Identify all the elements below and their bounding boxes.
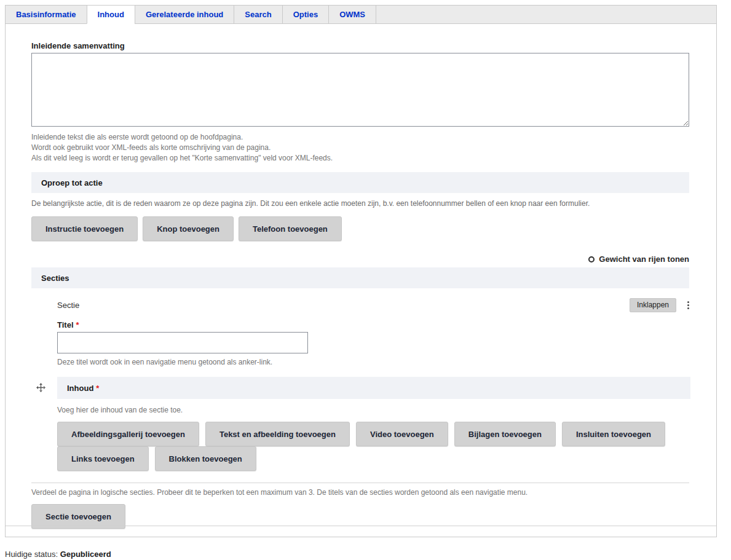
tab-label: Basisinformatie: [16, 10, 76, 19]
tab-inhoud[interactable]: Inhoud: [87, 5, 135, 24]
cta-section-title: Oproep tot actie: [41, 178, 103, 187]
tab-owms[interactable]: OWMS: [328, 5, 376, 24]
tab-bar-filler: [376, 5, 717, 24]
cta-section-header: Oproep tot actie: [31, 172, 689, 193]
intro-summary-textarea[interactable]: [31, 53, 689, 127]
intro-summary-label: Inleidende samenvatting: [31, 41, 689, 50]
add-bijlagen-button[interactable]: Bijlagen toevoegen: [454, 422, 556, 446]
secties-section-title: Secties: [41, 274, 69, 283]
secties-footer-help: Verdeel de pagina in logische secties. P…: [31, 487, 689, 498]
titel-help: Deze titel wordt ook in een navigatie me…: [57, 357, 690, 368]
status-label: Huidige status:: [5, 550, 58, 559]
tab-label: OWMS: [339, 10, 365, 19]
sectie-actions: Inklappen: [630, 298, 690, 312]
current-status: Huidige status: Gepubliceerd: [5, 550, 731, 559]
required-marker: *: [76, 320, 79, 329]
status-value: Gepubliceerd: [60, 550, 111, 559]
add-sectie-button[interactable]: Sectie toevoegen: [31, 504, 125, 529]
inhoud-button-row: Afbeeldingsgallerij toevoegen Tekst en a…: [57, 422, 690, 471]
add-telefoon-button[interactable]: Telefoon toevoegen: [239, 216, 342, 241]
secties-divider: [31, 483, 689, 483]
add-afbeeldingsgallerij-button[interactable]: Afbeeldingsgallerij toevoegen: [57, 422, 199, 446]
inhoud-field-header: Inhoud*: [57, 377, 690, 399]
inhoud-label: Inhoud: [67, 384, 93, 393]
row-weights-label: Gewicht van rijen tonen: [599, 254, 689, 264]
content-edit-page: Basisinformatie Inhoud Gerelateerde inho…: [0, 5, 731, 560]
add-video-button[interactable]: Video toevoegen: [356, 422, 448, 446]
collapse-button[interactable]: Inklappen: [630, 298, 676, 312]
add-instruction-button[interactable]: Instructie toevoegen: [31, 216, 138, 241]
tab-search[interactable]: Search: [234, 5, 282, 24]
sectie-paragraph: Sectie Inklappen Titel* Deze titel wordt…: [57, 298, 690, 471]
secties-section-header: Secties: [31, 267, 689, 288]
add-insluiten-button[interactable]: Insluiten toevoegen: [562, 422, 665, 446]
panel-bottom-divider: [6, 526, 716, 526]
eye-icon: [588, 256, 595, 262]
drag-handle-icon[interactable]: [36, 383, 45, 392]
toggle-row-weights-link[interactable]: Gewicht van rijen tonen: [31, 254, 689, 264]
titel-label: Titel*: [57, 320, 690, 329]
cta-description: De belangrijkste actie, dit is de reden …: [31, 199, 689, 209]
cta-button-row: Instructie toevoegen Knop toevoegen Tele…: [31, 216, 689, 241]
sectie-header-row: Sectie Inklappen: [57, 298, 690, 312]
required-marker: *: [96, 384, 99, 393]
tab-opties[interactable]: Opties: [282, 5, 328, 24]
sectie-label: Sectie: [57, 301, 79, 310]
add-tekst-en-afbeelding-button[interactable]: Tekst en afbeelding toevoegen: [205, 422, 350, 446]
intro-summary-help: Inleidende tekst die als eerste wordt ge…: [31, 132, 689, 164]
inhoud-tab-panel: Inleidende samenvatting Inleidende tekst…: [5, 24, 717, 537]
add-knop-button[interactable]: Knop toevoegen: [143, 216, 234, 241]
tab-gerelateerde-inhoud[interactable]: Gerelateerde inhoud: [135, 5, 234, 24]
add-links-button[interactable]: Links toevoegen: [57, 446, 149, 471]
tab-basisinformatie[interactable]: Basisinformatie: [5, 5, 87, 24]
inhoud-help: Voeg hier de inhoud van de sectie toe.: [57, 405, 690, 416]
tab-label: Search: [245, 10, 271, 19]
tab-label: Gerelateerde inhoud: [146, 10, 223, 19]
tab-label: Inhoud: [98, 10, 124, 19]
tab-label: Opties: [293, 10, 318, 19]
tab-bar: Basisinformatie Inhoud Gerelateerde inho…: [5, 5, 717, 24]
titel-input[interactable]: [57, 332, 308, 353]
kebab-menu-icon[interactable]: [686, 300, 690, 310]
add-blokken-button[interactable]: Blokken toevoegen: [155, 446, 256, 471]
